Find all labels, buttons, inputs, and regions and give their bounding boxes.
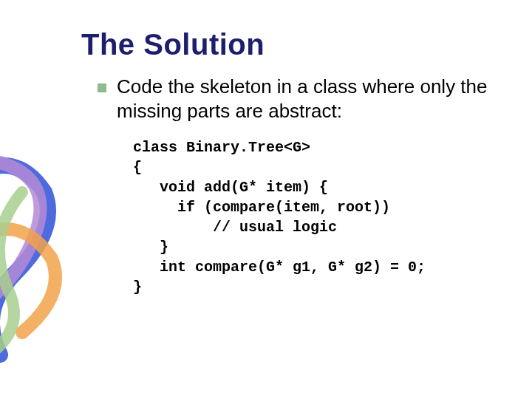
slide: The Solution Code the skeleton in a clas… xyxy=(0,0,532,399)
slide-title: The Solution xyxy=(81,28,495,61)
bullet-text: Code the skeleton in a class where only … xyxy=(117,75,495,123)
code-block: class Binary.Tree<G> { void add(G* item)… xyxy=(133,137,495,297)
square-bullet-icon xyxy=(98,83,106,92)
bullet-item: Code the skeleton in a class where only … xyxy=(98,75,495,123)
